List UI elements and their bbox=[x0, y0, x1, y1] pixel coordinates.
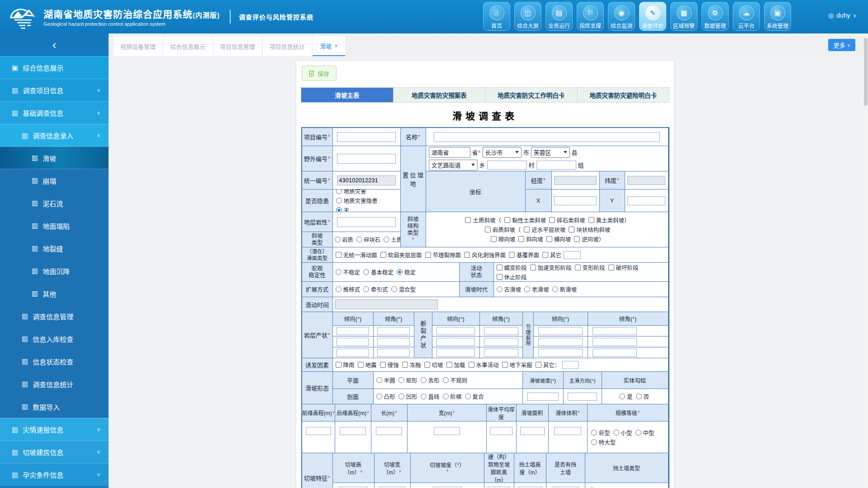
radio-option[interactable]: 小型 bbox=[613, 428, 632, 437]
radio-option[interactable]: 土质 bbox=[384, 236, 401, 243]
checkbox-option[interactable]: 切坡 bbox=[424, 360, 443, 369]
lithology-input[interactable] bbox=[337, 217, 396, 227]
sidebar-item-landslide[interactable]: ▥滑坡 bbox=[0, 147, 109, 169]
radio-icon[interactable] bbox=[336, 207, 342, 212]
joint-input[interactable] bbox=[593, 338, 637, 346]
sidebar-item-survey-project[interactable]: ▥调查项目信息∨ bbox=[0, 79, 109, 101]
radio-option[interactable]: 简易挡墙 bbox=[589, 486, 619, 488]
attitude-input[interactable] bbox=[337, 338, 369, 346]
width-input[interactable] bbox=[434, 427, 460, 435]
radio-icon[interactable] bbox=[421, 393, 427, 399]
province-field[interactable]: 湖南省 bbox=[429, 147, 470, 158]
fault-input[interactable] bbox=[484, 338, 518, 346]
nav-big-screen[interactable]: ◫综合大屏 bbox=[514, 2, 541, 31]
radio-option[interactable]: 矩形 bbox=[398, 376, 417, 384]
checkbox-icon[interactable] bbox=[497, 274, 503, 280]
radio-icon[interactable] bbox=[443, 393, 449, 399]
trigger-other-input[interactable] bbox=[562, 361, 579, 369]
radio-option[interactable]: 复合 bbox=[465, 392, 484, 401]
project-no-input[interactable] bbox=[337, 132, 396, 142]
radio-option[interactable]: 凸形 bbox=[376, 392, 395, 401]
checkbox-icon[interactable] bbox=[588, 217, 594, 223]
radio-icon[interactable] bbox=[613, 430, 619, 436]
nav-business[interactable]: ▤业务运行 bbox=[545, 2, 573, 31]
sidebar-item-survey-stats[interactable]: ▥调查信息统计 bbox=[0, 373, 109, 395]
radio-option[interactable]: 无 bbox=[336, 206, 350, 212]
checkbox-option[interactable]: 碎石类斜坡 bbox=[549, 216, 585, 224]
radio-icon[interactable] bbox=[591, 430, 597, 436]
radio-icon[interactable] bbox=[363, 269, 369, 275]
checkbox-icon[interactable] bbox=[464, 252, 470, 258]
sidebar-item-slope-housing[interactable]: ▥切坡建房信息∨ bbox=[0, 441, 109, 463]
checkbox-option[interactable]: 顺向坡 bbox=[491, 235, 516, 243]
nav-system[interactable]: ▣系统管理 bbox=[764, 2, 791, 31]
checkbox-icon[interactable] bbox=[608, 265, 614, 270]
radio-icon[interactable] bbox=[391, 286, 397, 292]
radio-option[interactable]: 巨型 bbox=[591, 428, 610, 437]
group-input[interactable] bbox=[536, 161, 576, 170]
rear-elevation-input[interactable] bbox=[340, 427, 366, 435]
fault-input[interactable] bbox=[436, 327, 475, 335]
sidebar-item-survey-mgmt[interactable]: ▥调查信息管理 bbox=[0, 305, 109, 327]
checkbox-icon[interactable] bbox=[402, 362, 408, 368]
attitude-input[interactable] bbox=[337, 327, 369, 335]
checkbox-option[interactable]: 侵蚀 bbox=[380, 360, 399, 369]
checkbox-option[interactable]: 横向坡 bbox=[546, 235, 571, 243]
checkbox-icon[interactable] bbox=[491, 236, 497, 242]
close-icon[interactable]: × bbox=[334, 43, 338, 49]
radio-icon[interactable] bbox=[336, 269, 342, 275]
tab-info-display[interactable]: 综合信息展示 bbox=[163, 36, 212, 56]
checkbox-option[interactable]: 斜向坡 bbox=[518, 235, 543, 243]
checkbox-icon[interactable] bbox=[518, 236, 524, 242]
checkbox-option[interactable]: 蠕变阶段 bbox=[497, 263, 527, 272]
save-button[interactable]: 保存 bbox=[302, 66, 337, 81]
radio-option[interactable]: 推移式 bbox=[336, 285, 360, 294]
attitude-input[interactable] bbox=[377, 327, 410, 335]
sidebar-item-ground-fissure[interactable]: ▥地裂缝 bbox=[0, 237, 109, 260]
length-input[interactable] bbox=[376, 427, 402, 435]
radio-option[interactable]: 特大型 bbox=[591, 438, 616, 446]
radio-option[interactable]: 基本稳定 bbox=[363, 268, 394, 276]
radio-icon[interactable] bbox=[443, 377, 449, 383]
more-button[interactable]: 更多∨ bbox=[828, 39, 855, 51]
checkbox-option[interactable]: 土质斜坡（ bbox=[465, 216, 501, 224]
checkbox-icon[interactable] bbox=[336, 252, 342, 258]
radio-option[interactable]: 是 bbox=[619, 392, 633, 401]
nav-data-mgmt[interactable]: ⚙数据管理 bbox=[702, 2, 729, 31]
radio-option[interactable]: 混合型 bbox=[391, 285, 416, 294]
checkbox-icon[interactable] bbox=[485, 227, 491, 232]
radio-icon[interactable] bbox=[376, 393, 382, 399]
radio-icon[interactable] bbox=[552, 286, 558, 292]
checkbox-option[interactable]: 加速变形阶段 bbox=[530, 263, 572, 272]
radio-icon[interactable] bbox=[384, 237, 389, 242]
radio-option[interactable]: 稳定 bbox=[397, 268, 416, 276]
tab-project-mgmt[interactable]: 项目信息管理 bbox=[213, 36, 262, 56]
checkbox-option[interactable]: 地震 bbox=[358, 360, 377, 369]
radio-icon[interactable] bbox=[398, 377, 404, 383]
sidebar-item-subsidence[interactable]: ▥地面沉降 bbox=[0, 260, 109, 282]
checkbox-icon[interactable] bbox=[424, 362, 430, 368]
radio-option[interactable]: 老滑坡 bbox=[524, 285, 549, 294]
fault-input[interactable] bbox=[436, 349, 475, 357]
radio-option[interactable]: 地质灾害 bbox=[336, 190, 366, 195]
checkbox-icon[interactable] bbox=[546, 236, 552, 242]
sidebar-item-status-check[interactable]: ▥信息状态检查 bbox=[0, 350, 109, 373]
radio-icon[interactable] bbox=[636, 393, 642, 399]
field-no-input[interactable] bbox=[337, 154, 396, 164]
joint-input[interactable] bbox=[593, 327, 637, 335]
city-select[interactable]: 长沙市 bbox=[483, 147, 522, 158]
form-tab-work-card[interactable]: 地质灾害防灾工作明白卡 bbox=[485, 88, 578, 102]
attitude-input[interactable] bbox=[377, 349, 410, 357]
radio-icon[interactable] bbox=[397, 269, 403, 275]
checkbox-option[interactable]: 软弱夹层层面 bbox=[380, 251, 422, 259]
checkbox-option[interactable]: 节理裂隙面 bbox=[425, 251, 461, 259]
tab-video-devices[interactable]: 视频设备管理 bbox=[114, 36, 162, 56]
checkbox-option[interactable]: 破坏阶段 bbox=[608, 263, 639, 272]
radio-option[interactable]: 牵引式 bbox=[363, 285, 388, 294]
checkbox-option[interactable]: 黄土类斜坡） bbox=[588, 216, 630, 224]
slip-other-input[interactable] bbox=[564, 251, 581, 259]
checkbox-icon[interactable] bbox=[380, 252, 386, 258]
tab-project-stats[interactable]: 项目信息统计 bbox=[263, 36, 312, 56]
radio-icon[interactable] bbox=[619, 393, 625, 399]
radio-option[interactable]: 阶梯 bbox=[443, 392, 462, 401]
